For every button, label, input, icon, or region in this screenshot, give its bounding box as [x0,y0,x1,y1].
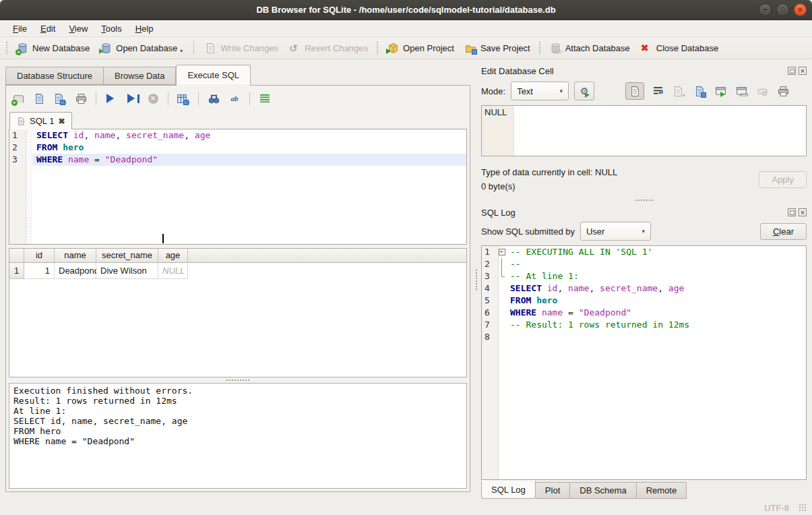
menu-tools[interactable]: Tools [95,22,127,36]
menu-edit[interactable]: Edit [34,22,61,36]
main-area: Database Structure Browse Data Execute S… [0,59,812,500]
resize-grip[interactable] [799,504,807,512]
column-header-secret-name[interactable]: secret_name [96,249,158,263]
print-icon [778,86,789,97]
cell-name[interactable]: Deadpond [55,263,96,279]
column-header-name[interactable]: name [55,249,96,263]
sql-log-view[interactable]: 1 -- EXECUTING ALL IN 'SQL 1' 2 -- 3 -- … [481,245,807,480]
cell-id[interactable]: 1 [24,263,55,279]
execute-all-button[interactable] [104,91,119,106]
attach-database-icon: ⊂⊃ [550,42,561,54]
execute-current-line-button[interactable] [125,91,139,106]
dock-tab-db-schema[interactable]: DB Schema [570,482,636,499]
write-changes-button[interactable]: Write Changes [199,40,284,57]
toolbar-drag-handle[interactable] [5,41,9,55]
open-sql-file-button[interactable] [32,91,46,106]
edit-cell-title: Edit Database Cell [481,66,785,76]
results-message-splitter[interactable] [8,377,468,383]
dock-close-icon[interactable] [799,208,807,216]
open-project-button[interactable]: Open Project [382,40,460,57]
revert-changes-button[interactable]: ↺ Revert Changes [284,40,373,57]
save-project-button[interactable]: Save Project [460,40,536,57]
export-cell-button[interactable] [692,84,707,98]
results-grid: id name secret_name age 1 1 Deadpond Div… [9,248,467,377]
column-header-age[interactable]: age [158,249,188,263]
sql-editor-tab[interactable]: SQL 1 ✖ [9,112,72,129]
cell-secret-name[interactable]: Dive Wilson [96,263,158,279]
save-sql-file-button[interactable]: ▾ [53,91,67,106]
main-vertical-splitter[interactable] [474,59,478,500]
toolbar-drag-handle[interactable] [376,41,379,55]
set-null-button[interactable] [755,84,770,98]
link-window-icon: ⊂⊃ [736,86,747,97]
print-sql-button[interactable] [73,91,88,106]
dock-float-icon[interactable] [788,208,796,216]
dock-close-icon[interactable] [799,67,807,75]
menu-file[interactable]: File [7,22,33,36]
dock-tab-bar: SQL Log Plot DB Schema Remote [481,480,807,500]
open-database-caret-icon[interactable]: ▾ [180,48,183,54]
table-row: 1 1 Deadpond Dive Wilson NULL [9,263,466,279]
app-window: DB Browser for SQLite - /home/user/code/… [0,0,812,515]
menu-help[interactable]: Help [129,22,160,36]
menu-view[interactable]: View [63,22,94,36]
dock-tab-plot[interactable]: Plot [536,482,570,499]
row-number[interactable]: 1 [9,263,24,279]
print-cell-button[interactable] [776,84,790,98]
new-tab-icon: + [13,93,24,104]
tab-execute-sql[interactable]: Execute SQL [176,65,251,85]
editor-line: 2 FROM hero [9,142,466,154]
open-in-external-button[interactable] [713,84,728,98]
import-cell-button[interactable]: ▾ [671,84,686,98]
fold-collapse-icon[interactable] [498,246,506,258]
close-database-button[interactable]: ✖ Close Database [635,40,724,57]
column-header-id[interactable]: id [24,249,55,263]
find-icon [208,93,220,104]
cell-value-gutter: NULL [482,106,514,156]
sql-tab-close-icon[interactable]: ✖ [58,117,65,126]
find-button[interactable] [206,91,221,106]
word-wrap-icon [652,86,664,97]
log-line: 8 [482,331,806,343]
dock-float-icon[interactable] [788,67,796,75]
open-database-button[interactable]: Open Database ▾ [95,40,188,57]
sql-editor[interactable]: 1 SELECT id, name, secret_name, age 2 FR… [9,129,467,245]
attach-database-button[interactable]: ⊂⊃ Attach Database [544,40,635,57]
mode-select[interactable]: Text ▾ [511,82,569,100]
filter-caret-icon: ▾ [642,228,645,235]
close-button[interactable]: × [794,3,807,16]
log-line: 2 -- [482,258,806,270]
cell-age[interactable]: NULL [158,263,188,279]
cell-value-editor[interactable]: NULL [481,105,807,156]
format-sql-button[interactable] [257,91,272,106]
revert-changes-icon: ↺ [289,42,301,54]
dock-tab-sql-log[interactable]: SQL Log [481,481,536,499]
toolbar-drag-handle[interactable] [538,41,542,55]
copy-link-button[interactable]: ⊂⊃ [734,84,749,98]
stop-execution-button[interactable]: ✕ [146,91,160,106]
execute-all-icon [106,94,119,103]
apply-button[interactable]: Apply [759,171,807,188]
main-toolbar: + New Database Open Database ▾ Write Cha… [0,37,812,59]
new-database-button[interactable]: + New Database [11,40,95,57]
find-replace-button[interactable]: ab [227,91,242,106]
sql-editor-tab-label: SQL 1 [30,116,54,126]
sql-editor-tab-bar: SQL 1 ✖ [8,112,468,129]
submitted-by-select[interactable]: User ▾ [580,222,651,241]
execution-message-panel[interactable]: Execution finished without errors. Resul… [9,383,467,489]
auto-apply-button[interactable]: ⚙ [574,82,594,100]
dock-tab-remote[interactable]: Remote [637,482,687,499]
new-sql-tab-button[interactable]: + [11,91,26,106]
clear-log-button[interactable]: Clear [760,223,807,240]
text-mode-button[interactable] [625,82,644,100]
dock-splitter[interactable] [481,197,807,204]
tab-database-structure[interactable]: Database Structure [5,67,103,85]
tab-browse-data[interactable]: Browse Data [103,67,176,85]
save-results-button[interactable]: ▾ [176,91,191,106]
word-wrap-button[interactable] [650,84,665,98]
cell-type-row: Type of data currently in cell: NULL 0 b… [481,162,807,197]
execute-sql-panel: + ▾ [5,85,470,492]
minimize-button[interactable]: − [759,3,772,16]
maximize-button[interactable]: □ [776,3,789,16]
encoding-indicator[interactable]: UTF-8 [764,503,789,513]
